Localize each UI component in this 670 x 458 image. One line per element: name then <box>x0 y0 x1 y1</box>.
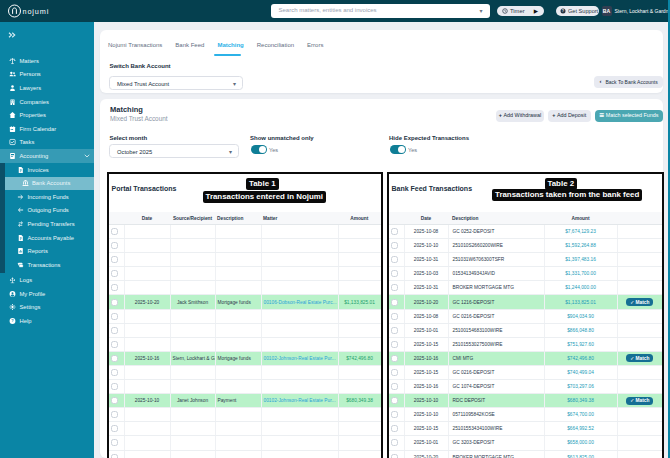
svg-text:nojumi: nojumi <box>23 7 50 16</box>
